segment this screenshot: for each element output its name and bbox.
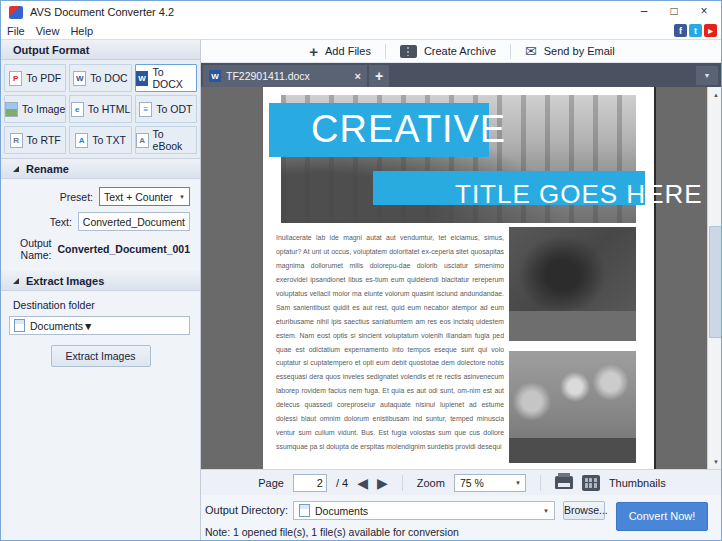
conversion-footer: Output Directory: Documents ▼ Browse... … (201, 495, 722, 541)
create-archive-button[interactable]: Create Archive (400, 45, 496, 58)
format-label: To HTML (88, 103, 131, 115)
page-label: Page (258, 477, 284, 489)
toolbar-divider (510, 44, 511, 59)
document-preview-area: CREATIVE TITLE GOES HERE Inullacerate la… (201, 87, 722, 469)
archive-icon (400, 45, 417, 58)
zoom-dropdown[interactable]: 75 % ▼ (454, 474, 526, 492)
convert-now-button[interactable]: Convert Now! (616, 502, 708, 531)
output-name-label: Output Name: (1, 237, 58, 261)
status-note: Note: 1 opened file(s), 1 file(s) availa… (205, 526, 459, 538)
page-navigation-bar: Page / 4 ◀ ▶ Zoom 75 % ▼ Thumbnails (201, 469, 722, 495)
document-subtitle-banner: TITLE GOES HERE (373, 171, 645, 205)
scroll-up-icon[interactable]: ▲ (708, 87, 722, 102)
rename-title: Rename (26, 163, 69, 175)
plus-icon: + (309, 43, 318, 60)
sidebar: Output Format P To PDF W To DOC W To DOC… (1, 39, 201, 541)
format-button-txt[interactable]: A To TXT (69, 126, 131, 154)
document-body-text: Inullacerate lab ide magni autat aut ven… (276, 231, 504, 459)
format-label: To eBook (153, 128, 196, 152)
preview-vertical-scrollbar[interactable]: ▲ ▼ (707, 87, 722, 469)
documents-folder-icon (299, 504, 310, 517)
txt-icon: A (75, 133, 88, 148)
close-button[interactable]: × (689, 1, 719, 21)
format-button-odt[interactable]: ≡ To ODT (135, 95, 197, 123)
chevron-down-icon: ▼ (179, 194, 185, 200)
twitter-icon[interactable]: t (689, 24, 702, 37)
format-button-pdf[interactable]: P To PDF (4, 64, 66, 92)
add-files-button[interactable]: + Add Files (309, 43, 371, 60)
envelope-icon: ✉ (525, 44, 537, 58)
rename-form: Preset: Text + Counter ▼ Text: Converted… (1, 179, 200, 271)
scroll-down-icon[interactable]: ▼ (708, 454, 722, 469)
document-page: CREATIVE TITLE GOES HERE Inullacerate la… (263, 87, 656, 469)
send-by-email-button[interactable]: ✉ Send by Email (525, 44, 615, 58)
tab-list-dropdown-button[interactable]: ▼ (696, 66, 718, 85)
tab-close-icon[interactable]: × (355, 70, 361, 82)
extract-images-title: Extract Images (26, 275, 104, 287)
rename-section-header[interactable]: Rename (1, 159, 200, 179)
format-label: To ODT (156, 103, 192, 115)
pagebar-divider (402, 475, 403, 491)
app-icon (9, 6, 23, 19)
word-file-icon: W (209, 70, 221, 82)
output-directory-dropdown[interactable]: Documents ▼ (293, 501, 555, 520)
ebook-icon: A (136, 133, 149, 148)
pagebar-divider (540, 475, 541, 491)
preset-value: Text + Counter (104, 191, 173, 203)
facebook-icon[interactable]: f (674, 24, 687, 37)
next-page-icon[interactable]: ▶ (377, 476, 388, 490)
format-button-doc[interactable]: W To DOC (69, 64, 131, 92)
thumbnails-label[interactable]: Thumbnails (609, 477, 666, 489)
main-toolbar: + Add Files Create Archive ✉ Send by Ema… (201, 39, 722, 63)
menu-view[interactable]: View (36, 25, 60, 37)
format-label: To TXT (92, 134, 126, 146)
doc-icon: W (73, 71, 86, 86)
extract-images-section-header[interactable]: Extract Images (1, 271, 200, 291)
zoom-label: Zoom (417, 477, 445, 489)
menu-help[interactable]: Help (70, 25, 93, 37)
minimize-button[interactable]: – (629, 1, 659, 21)
menu-bar: File View Help (1, 23, 721, 39)
menu-file[interactable]: File (7, 25, 25, 37)
document-title-text: CREATIVE (311, 108, 506, 150)
documents-folder-icon (14, 319, 25, 332)
format-button-ebook[interactable]: A To eBook (135, 126, 197, 154)
preset-label: Preset: (1, 191, 99, 203)
browse-button[interactable]: Browse... (563, 501, 605, 520)
image-icon (5, 102, 18, 117)
format-label: To DOCX (152, 66, 196, 90)
chevron-down-icon: ▼ (83, 320, 93, 332)
collapse-triangle-icon (13, 166, 19, 172)
html-icon: e (71, 102, 84, 117)
format-button-docx[interactable]: W To DOCX (135, 64, 197, 92)
document-title-banner: CREATIVE (269, 103, 489, 157)
chevron-down-icon: ▼ (543, 508, 549, 514)
maximize-button[interactable]: □ (659, 1, 689, 21)
destination-folder-label: Destination folder (1, 291, 200, 316)
format-button-html[interactable]: e To HTML (69, 95, 131, 123)
output-name-value: Converted_Document_001 (58, 243, 190, 255)
zoom-value: 75 % (460, 477, 484, 489)
thumbnails-icon[interactable] (582, 475, 600, 491)
new-tab-button[interactable]: + (369, 65, 389, 87)
document-tab-bar: W TF22901411.docx × + ▼ (201, 63, 722, 87)
print-icon[interactable] (555, 476, 573, 489)
tab-filename: TF22901411.docx (226, 70, 350, 82)
extract-images-button[interactable]: Extract Images (51, 345, 151, 367)
previous-page-icon[interactable]: ◀ (357, 476, 368, 490)
format-button-rtf[interactable]: R To RTF (4, 126, 66, 154)
output-directory-value: Documents (315, 505, 368, 517)
preset-dropdown[interactable]: Text + Counter ▼ (99, 187, 190, 206)
youtube-icon[interactable]: ▶ (704, 24, 717, 37)
rename-text-value: Converted_Document (83, 216, 185, 228)
pdf-icon: P (9, 71, 22, 86)
page-number-input[interactable] (293, 474, 327, 492)
format-button-image[interactable]: To Image (4, 95, 66, 123)
scrollbar-thumb[interactable] (709, 226, 722, 338)
text-label: Text: (1, 216, 78, 228)
blackboard-photo (509, 227, 636, 341)
rename-text-input[interactable]: Converted_Document (78, 212, 190, 231)
odt-icon: ≡ (139, 102, 152, 117)
document-tab-active[interactable]: W TF22901411.docx × (203, 65, 367, 87)
destination-folder-dropdown[interactable]: Documents ▼ (9, 316, 190, 335)
